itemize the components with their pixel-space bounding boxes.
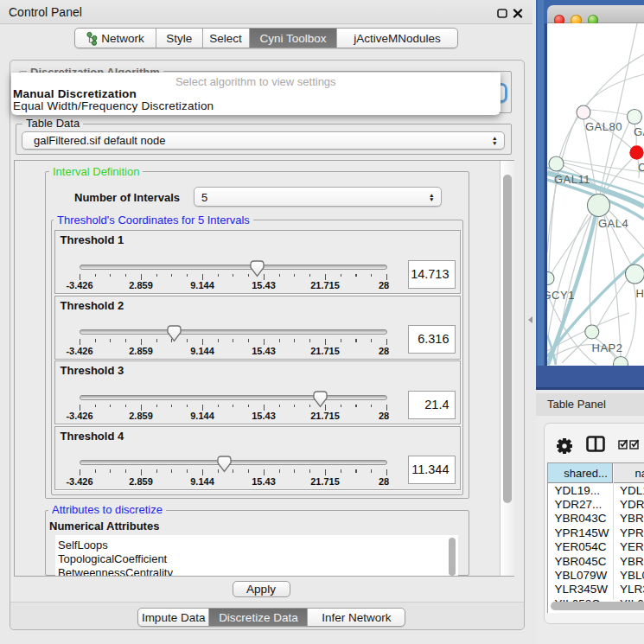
svg-text:GCY1: GCY1 <box>547 289 575 302</box>
svg-text:GAL11: GAL11 <box>554 173 590 186</box>
svg-text:GAL4: GAL4 <box>598 217 628 230</box>
svg-text:C: C <box>638 161 644 174</box>
svg-text:HAP2: HAP2 <box>592 341 623 354</box>
svg-text:GA: GA <box>634 125 644 138</box>
svg-text:H: H <box>636 287 644 300</box>
svg-text:GAL80: GAL80 <box>585 120 622 133</box>
